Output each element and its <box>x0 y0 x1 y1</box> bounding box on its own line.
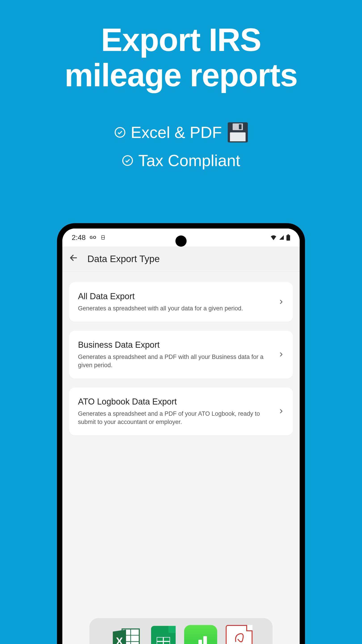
wifi-icon <box>270 235 277 240</box>
status-indicator: GO <box>90 235 96 240</box>
check-circle-icon <box>114 126 126 138</box>
export-option-ato-logbook[interactable]: ATO Logbook Data Export Generates a spre… <box>69 388 293 435</box>
card-title: All Data Export <box>78 292 273 301</box>
chevron-right-icon <box>278 298 284 307</box>
notification-icon <box>100 235 106 240</box>
card-description: Generates a spreadsheet and a PDF with a… <box>78 353 273 369</box>
feature-list: Excel & PDF Tax Compliant <box>0 122 362 170</box>
chevron-right-icon <box>278 350 284 359</box>
svg-point-1 <box>123 156 132 165</box>
phone-screen: 2:48 GO <box>62 228 300 644</box>
svg-rect-5 <box>288 234 289 235</box>
feature-label: Tax Compliant <box>138 152 240 170</box>
svg-point-0 <box>115 128 125 137</box>
signal-icon <box>279 235 285 240</box>
check-circle-icon <box>122 155 133 166</box>
svg-text:X: X <box>116 635 123 644</box>
battery-icon <box>286 234 290 240</box>
export-options-list: All Data Export Generates a spreadsheet … <box>62 272 300 446</box>
google-sheets-icon <box>151 626 176 644</box>
card-description: Generates a spreadsheet with all your da… <box>78 304 273 312</box>
floppy-disk-icon <box>228 122 248 142</box>
chevron-right-icon <box>278 407 284 416</box>
app-bar: Data Export Type <box>62 246 300 272</box>
headline-line1: Export IRS <box>0 22 362 58</box>
feature-label: Excel & PDF <box>131 123 222 142</box>
export-option-all-data[interactable]: All Data Export Generates a spreadsheet … <box>69 282 293 322</box>
promo-headline: Export IRS mileage reports <box>0 0 362 93</box>
svg-rect-4 <box>287 235 290 241</box>
excel-icon: X <box>109 625 143 644</box>
feature-tax-compliant: Tax Compliant <box>122 152 240 170</box>
svg-rect-19 <box>203 636 207 644</box>
phone-frame: 2:48 GO <box>57 223 305 644</box>
export-option-business-data[interactable]: Business Data Export Generates a spreads… <box>69 331 293 378</box>
card-title: Business Data Export <box>78 340 273 350</box>
svg-rect-18 <box>198 640 202 644</box>
numbers-icon <box>184 625 217 644</box>
headline-line2: mileage reports <box>0 58 362 93</box>
status-time: 2:48 <box>72 234 86 242</box>
card-description: Generates a spreadsheet and a PDF of you… <box>78 410 273 426</box>
pdf-icon: PDF <box>226 625 253 644</box>
format-icons-tray: X <box>89 618 273 644</box>
camera-notch <box>175 236 187 247</box>
feature-excel-pdf: Excel & PDF <box>114 122 248 142</box>
page-title: Data Export Type <box>87 254 160 264</box>
back-button[interactable] <box>69 253 78 264</box>
card-title: ATO Logbook Data Export <box>78 397 273 406</box>
